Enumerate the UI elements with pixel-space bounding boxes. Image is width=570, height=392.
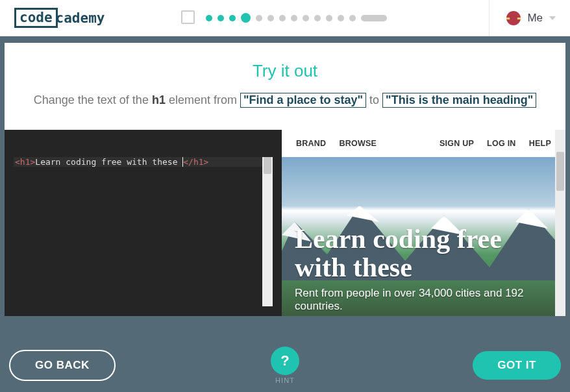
chevron-down-icon [549, 16, 556, 20]
progress-step[interactable] [206, 15, 212, 21]
header-bar: codecademy Me [0, 0, 570, 36]
user-menu-label: Me [527, 12, 543, 25]
section-icon [183, 12, 194, 23]
hint-button[interactable]: ? [271, 347, 299, 375]
instruction-from-chip: "Find a place to stay" [240, 93, 366, 108]
preview-scrollbar[interactable] [555, 130, 565, 316]
instruction-to-chip: "This is the main heading" [382, 93, 536, 108]
nav-help[interactable]: HELP [529, 139, 551, 148]
progress-end[interactable] [361, 15, 387, 21]
nav-brand[interactable]: BRAND [296, 139, 326, 148]
editor-line[interactable]: <h1>Learn coding free with these </h1> [14, 157, 273, 167]
progress-step[interactable] [229, 15, 236, 21]
editor-content: Learn coding free with these [35, 157, 182, 167]
progress-step[interactable] [279, 15, 286, 21]
progress-step[interactable] [291, 15, 297, 21]
instruction-element-name: h1 [152, 93, 166, 106]
hint-label: HINT [271, 376, 299, 384]
hint-group: ? HINT [271, 347, 299, 384]
main-content: Try it out Change the text of the h1 ele… [0, 36, 570, 316]
progress-step[interactable] [267, 15, 274, 21]
hero-subtitle: Rent from people in over 34,000 cities a… [295, 287, 552, 313]
user-menu[interactable]: Me [489, 0, 570, 36]
preview-nav: BRAND BROWSE SIGN UP LOG IN HELP [282, 130, 565, 157]
hero-heading: Learn coding free with these [295, 225, 552, 282]
footer-bar: GO BACK ? HINT GOT IT [0, 339, 570, 392]
hero-text: Learn coding free with these Rent from p… [295, 225, 552, 313]
progress-step[interactable] [217, 15, 224, 21]
progress-step[interactable] [349, 15, 356, 21]
progress-step[interactable] [303, 15, 309, 21]
go-back-button[interactable]: GO BACK [9, 350, 116, 381]
progress-step[interactable] [314, 15, 321, 21]
editor-close-tag: </h1> [183, 157, 208, 167]
logo-part2: cademy [56, 10, 105, 26]
instruction-text: Change the text of the h1 element from "… [34, 93, 536, 108]
progress-step-current[interactable] [241, 13, 251, 23]
logo-part1: code [14, 8, 58, 28]
nav-login[interactable]: LOG IN [487, 139, 516, 148]
code-editor[interactable]: <h1>Learn coding free with these </h1> [5, 130, 282, 316]
preview-pane: BRAND BROWSE SIGN UP LOG IN HELP [282, 130, 565, 316]
instruction-connector: to [366, 93, 382, 106]
instruction-middle: element from [166, 93, 240, 106]
progress-step[interactable] [338, 15, 344, 21]
instruction-card: Try it out Change the text of the h1 ele… [5, 43, 565, 130]
progress-step[interactable] [256, 15, 262, 21]
progress-step[interactable] [326, 15, 332, 21]
editor-open-tag: <h1> [15, 157, 35, 167]
nav-signup[interactable]: SIGN UP [440, 139, 474, 148]
instruction-title: Try it out [18, 61, 552, 81]
logo[interactable]: codecademy [14, 8, 105, 28]
editor-scrollbar[interactable] [262, 157, 273, 306]
instruction-prefix: Change the text of the [34, 93, 152, 106]
nav-browse[interactable]: BROWSE [339, 139, 377, 148]
got-it-button[interactable]: GOT IT [473, 351, 561, 380]
work-area: <h1>Learn coding free with these </h1> B… [5, 130, 565, 316]
avatar-icon [506, 11, 521, 25]
progress-indicator [183, 12, 387, 23]
hero-image: Learn coding free with these Rent from p… [282, 157, 565, 316]
